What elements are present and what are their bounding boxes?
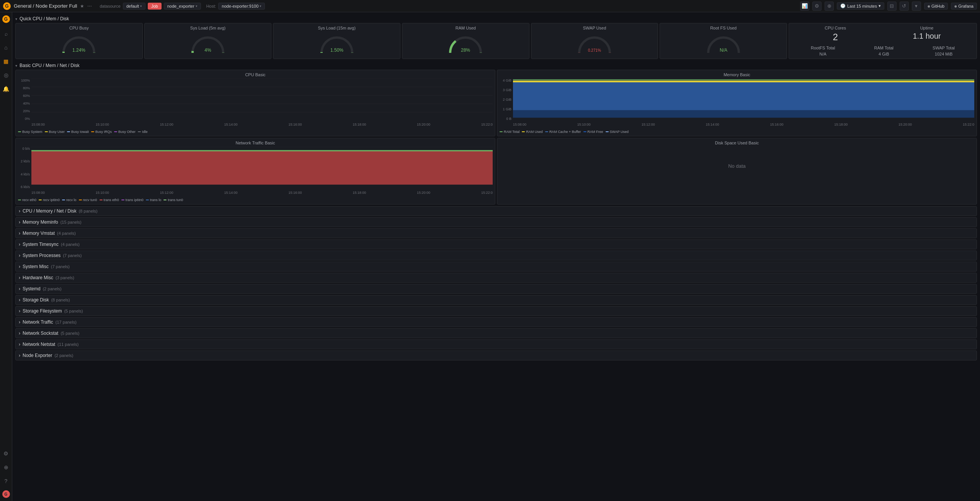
collapsed-memory-meminfo[interactable]: › Memory Meminfo (15 panels) — [15, 217, 977, 227]
quick-cpu-section-header[interactable]: ▾ Quick CPU / Mem / Disk — [15, 14, 977, 23]
disk-no-data: No data — [500, 147, 974, 185]
basic-section-header[interactable]: ▾ Basic CPU / Mem / Net / Disk — [15, 61, 977, 70]
svg-text:0.271%: 0.271% — [588, 48, 601, 52]
basic-chevron: ▾ — [15, 64, 17, 68]
datasource-label: datasource — [100, 4, 120, 8]
refresh-btn[interactable]: ↺ — [900, 2, 909, 11]
github-btn[interactable]: ⎈ GitHub — [924, 3, 948, 10]
sidebar-explore[interactable]: ◎ — [2, 70, 11, 80]
system-timesync-chevron: › — [19, 242, 20, 247]
hardware-misc-name: Hardware Misc — [23, 275, 53, 280]
legend-recv-eth0: recv eth0 — [18, 198, 36, 202]
legend-busy-irqs: Busy IRQs — [91, 130, 112, 134]
collapsed-storage-disk[interactable]: › Storage Disk (8 panels) — [15, 295, 977, 305]
legend-ram-total: RAM Total — [500, 130, 519, 134]
host-arrow: ▾ — [260, 4, 261, 8]
collapsed-storage-filesystem[interactable]: › Storage Filesystem (5 panels) — [15, 306, 977, 316]
time-range-btn[interactable]: 🕐 Last 15 minutes ▾ — [837, 2, 884, 10]
sidebar-search[interactable]: ⌕ — [2, 29, 11, 38]
collapsed-system-timesync[interactable]: › System Timesync (4 panels) — [15, 239, 977, 249]
sys-load-5m-svg: 4% — [189, 32, 227, 55]
sidebar-help[interactable]: ? — [2, 476, 11, 486]
memory-meminfo-count: (15 panels) — [60, 220, 82, 224]
network-traffic-svg — [31, 147, 493, 189]
memory-legend: RAM Total RAM Used RAM Cache + Buffer — [500, 130, 974, 134]
sys-load-5m-panel: Sys Load (5m avg) 4% — [144, 23, 272, 59]
legend-busy-other: Busy Other — [114, 130, 136, 134]
network-traffic-section-count: (17 panels) — [56, 320, 77, 324]
swap-used-legend-dot — [606, 131, 609, 132]
grafana-btn[interactable]: ⎈ Grafana — [951, 3, 977, 10]
sys-load-15m-panel: Sys Load (15m avg) 1.50% — [273, 23, 400, 59]
time-arrow: ▾ — [879, 3, 881, 8]
network-traffic-canvas — [31, 147, 493, 189]
collapsed-node-exporter[interactable]: › Node Exporter (2 panels) — [15, 350, 977, 360]
cpu-basic-canvas — [31, 79, 493, 121]
busy-system-dot — [18, 131, 21, 132]
sidebar-admin[interactable]: ⊕ — [2, 463, 11, 472]
svg-text:4%: 4% — [204, 47, 211, 53]
refresh-arrow[interactable]: ▾ — [912, 2, 921, 11]
ram-total-dot — [500, 131, 503, 132]
collapsed-hardware-misc[interactable]: › Hardware Misc (3 panels) — [15, 273, 977, 283]
filter-bar: datasource default ▾ Job node_exporter ▾… — [100, 0, 265, 12]
sidebar-config[interactable]: ⚙ — [2, 449, 11, 458]
collapsed-cpu-memory[interactable]: › CPU / Memory / Net / Disk (8 panels) — [15, 206, 977, 216]
idle-dot — [138, 131, 141, 132]
zoom-out-btn[interactable]: ⊟ — [887, 2, 897, 11]
recv-eth0-dot — [18, 200, 21, 200]
cpu-busy-svg: 1.24% — [60, 32, 98, 55]
rootfs-used-gauge: N/A — [704, 32, 743, 55]
topbar: G General / Node Exporter Full ★ ⋯ datas… — [0, 0, 980, 12]
rootfs-total-title: RootFS Total — [811, 46, 835, 50]
share2-icon-btn[interactable]: ⊕ — [825, 2, 834, 11]
legend-busy-user: Busy User — [45, 130, 65, 134]
chart-icon-btn[interactable]: 📊 — [800, 2, 809, 11]
sidebar-alerting[interactable]: 🔔 — [2, 84, 11, 93]
svg-text:28%: 28% — [461, 47, 470, 53]
sidebar-dashboards[interactable]: ▦ — [2, 57, 11, 66]
ram-used-title: RAM Used — [456, 26, 476, 30]
system-timesync-count: (4 panels) — [61, 242, 80, 247]
sidebar-home[interactable]: ⌂ — [2, 43, 11, 52]
svg-rect-25 — [31, 150, 493, 151]
job-arrow: ▾ — [196, 4, 198, 8]
collapsed-systemd[interactable]: › Systemd (2 panels) — [15, 284, 977, 294]
memory-vmstat-count: (4 panels) — [57, 231, 76, 236]
legend-trans-lo: trans lo — [146, 198, 162, 202]
collapsed-network-sockstat[interactable]: › Network Sockstat (5 panels) — [15, 328, 977, 338]
rootfs-used-title: Root FS Used — [710, 26, 737, 30]
swap-total-title: SWAP Total — [933, 46, 955, 50]
collapsed-system-misc[interactable]: › System Misc (7 panels) — [15, 262, 977, 272]
charts-top-row: CPU Basic 100% 80% 60% 40% 20% 0% — [15, 70, 977, 136]
cpu-basic-area: 100% 80% 60% 40% 20% 0% — [18, 79, 493, 128]
svg-rect-18 — [513, 81, 974, 110]
job-value-chip[interactable]: node_exporter ▾ — [164, 3, 201, 10]
time-range-label: Last 15 minutes — [847, 4, 877, 8]
legend-idle: Idle — [138, 130, 148, 134]
cpu-basic-title: CPU Basic — [18, 72, 493, 77]
job-chip[interactable]: Job — [148, 3, 162, 10]
svg-rect-20 — [513, 79, 974, 80]
collapsed-memory-vmstat[interactable]: › Memory Vmstat (4 panels) — [15, 228, 977, 238]
collapsed-system-processes[interactable]: › System Processes (7 panels) — [15, 250, 977, 260]
ram-used-panel: RAM Used 28% — [402, 23, 529, 59]
host-chip[interactable]: node-exporter:9100 ▾ — [218, 3, 265, 10]
cpu-busy-title: CPU Busy — [69, 26, 89, 30]
collapsed-network-netstat[interactable]: › Network Netstat (11 panels) — [15, 339, 977, 349]
system-timesync-name: System Timesync — [23, 242, 59, 247]
node-exporter-name: Node Exporter — [23, 353, 52, 358]
cpu-busy-panel: CPU Busy 1.24% — [15, 23, 143, 59]
ram-total-title: RAM Total — [874, 46, 893, 50]
datasource-chip[interactable]: default ▾ — [123, 3, 145, 10]
legend-recv-ip6tn0: recv ip6tn0 — [39, 198, 60, 202]
share-icon[interactable]: ⋯ — [87, 3, 92, 9]
settings-icon-btn[interactable]: ⚙ — [812, 2, 822, 11]
legend-busy-system: Busy System — [18, 130, 42, 134]
cpu-memory-chevron: › — [19, 208, 20, 214]
legend-trans-tun0: trans tun0 — [163, 198, 183, 202]
collapsed-network-traffic[interactable]: › Network Traffic (17 panels) — [15, 317, 977, 327]
trans-tun0-dot — [163, 200, 167, 200]
sidebar-user[interactable]: G — [2, 490, 10, 498]
star-icon[interactable]: ★ — [80, 3, 84, 9]
